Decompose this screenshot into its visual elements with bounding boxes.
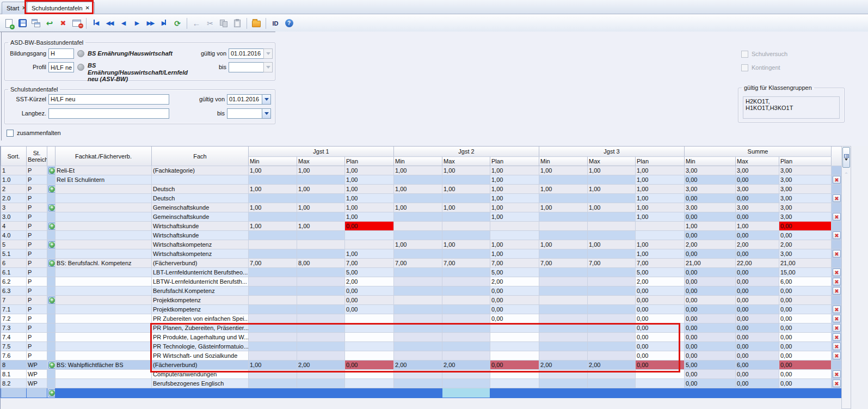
cell-fachkat[interactable]: [56, 370, 152, 379]
cell-fach[interactable]: Projektkompetenz: [152, 296, 249, 305]
cell-value[interactable]: 0,00: [736, 314, 779, 323]
cell-value[interactable]: [249, 305, 297, 314]
cell-value[interactable]: [249, 351, 297, 361]
cell-value[interactable]: 1,00: [490, 249, 539, 259]
cell-value[interactable]: [394, 333, 442, 342]
cell-value[interactable]: [442, 379, 490, 388]
cell-value[interactable]: 0,00: [636, 351, 685, 361]
cell-value[interactable]: 1,00: [636, 194, 685, 203]
delete-row-button[interactable]: ✖: [832, 323, 841, 333]
cell-fach[interactable]: Berufsbezogenes Englisch: [152, 379, 249, 388]
cell-fachkat[interactable]: [56, 249, 152, 259]
delete-row-button[interactable]: ✖: [832, 175, 841, 185]
cell-value[interactable]: [297, 249, 345, 259]
cell-value[interactable]: [249, 333, 297, 342]
cell-value[interactable]: [297, 370, 345, 379]
cell-value[interactable]: 1,00: [345, 249, 394, 259]
cell-fach[interactable]: Wirtschaftskompetenz: [152, 249, 249, 259]
cell-value[interactable]: 0,00: [779, 286, 832, 296]
delete-row-button[interactable]: ✖: [832, 277, 841, 286]
cell-value[interactable]: [588, 231, 636, 240]
cell-value[interactable]: [345, 231, 394, 240]
refresh-icon[interactable]: ⟳: [171, 17, 183, 29]
cell-value[interactable]: [588, 342, 636, 351]
cell-value[interactable]: [588, 286, 636, 296]
expand-row-button[interactable]: +: [47, 166, 56, 175]
nav-prev-icon[interactable]: ◀: [117, 17, 129, 29]
cell-value[interactable]: [539, 268, 588, 277]
paste-icon[interactable]: [231, 17, 243, 29]
cell-value[interactable]: 1,00: [297, 203, 345, 212]
tab-close-icon[interactable]: ✕: [22, 5, 26, 11]
cell-value[interactable]: 1,00: [636, 240, 685, 249]
cell-value[interactable]: [539, 323, 588, 333]
undo-icon[interactable]: ↩: [44, 17, 56, 29]
cell-value[interactable]: 7,00: [636, 259, 685, 268]
cell-value[interactable]: [539, 277, 588, 286]
cell-value[interactable]: [588, 379, 636, 388]
cell-fach[interactable]: Wirtschaftskunde: [152, 231, 249, 240]
cell-value[interactable]: 2,00: [394, 361, 442, 370]
cell-value[interactable]: [297, 286, 345, 296]
cell-value[interactable]: [636, 231, 685, 240]
cell-value[interactable]: 1,00: [345, 175, 394, 185]
cell-value[interactable]: 0,00: [685, 379, 736, 388]
delete-row-button[interactable]: ✖: [832, 268, 841, 277]
cell-value[interactable]: [345, 370, 394, 379]
column-chooser-button[interactable]: [842, 147, 850, 168]
cell-fach[interactable]: Berufsfachl.Kompetenz: [152, 286, 249, 296]
cell-value[interactable]: [442, 314, 490, 323]
cell-value[interactable]: 0,00: [345, 286, 394, 296]
cell-value[interactable]: [345, 323, 394, 333]
sst-bis-input[interactable]: [227, 108, 262, 119]
cell-fach[interactable]: Gemeinschaftskunde: [152, 203, 249, 212]
cell-value[interactable]: 7,00: [249, 259, 297, 268]
cell-value[interactable]: [490, 222, 539, 231]
cell-value[interactable]: [249, 175, 297, 185]
langbez-input[interactable]: [48, 108, 169, 119]
header-max[interactable]: Max: [588, 157, 636, 166]
cell-value[interactable]: [588, 323, 636, 333]
cell-value[interactable]: [539, 351, 588, 361]
cell-value[interactable]: 3,00: [685, 185, 736, 194]
cell-value[interactable]: [297, 305, 345, 314]
delete-row-button[interactable]: ✖: [832, 333, 841, 342]
cell-value[interactable]: 0,00: [736, 296, 779, 305]
cell-value[interactable]: [297, 277, 345, 286]
cell-value[interactable]: 0,00: [779, 314, 832, 323]
header-delete-column[interactable]: [832, 146, 841, 166]
cell-value[interactable]: [297, 351, 345, 361]
cell-value[interactable]: [394, 222, 442, 231]
header-group-jgst1[interactable]: Jgst 1: [249, 146, 394, 157]
cell-value[interactable]: [249, 342, 297, 351]
cell-value[interactable]: [442, 333, 490, 342]
save-icon[interactable]: [16, 17, 28, 29]
cell-value[interactable]: [539, 305, 588, 314]
cell-value[interactable]: 1,00: [490, 175, 539, 185]
cell-value[interactable]: [297, 212, 345, 222]
cell-value[interactable]: [588, 296, 636, 305]
cut-icon[interactable]: ✂: [204, 17, 216, 29]
sst-bis-dropdown[interactable]: [262, 108, 271, 119]
cell-value[interactable]: [539, 212, 588, 222]
cell-value[interactable]: [297, 296, 345, 305]
delete-row-button[interactable]: ✖: [832, 370, 841, 379]
cell-value[interactable]: 1,00: [539, 185, 588, 194]
cell-value[interactable]: 2,00: [539, 361, 588, 370]
duplicate-icon[interactable]: [30, 17, 42, 29]
header-plan[interactable]: Plan: [636, 157, 685, 166]
cell-fachkat[interactable]: BS: Wahlpflichtfächer BS: [56, 361, 152, 370]
cell-fach[interactable]: [152, 175, 249, 185]
cell-value[interactable]: 0,00: [345, 222, 394, 231]
cell-value[interactable]: [297, 175, 345, 185]
cell-value[interactable]: [442, 249, 490, 259]
cell-value[interactable]: 0,00: [685, 212, 736, 222]
cell-value[interactable]: 1,00: [249, 361, 297, 370]
cell-value[interactable]: [394, 277, 442, 286]
cell-value[interactable]: [394, 370, 442, 379]
cell-value[interactable]: 1,00: [345, 166, 394, 175]
cell-value[interactable]: [297, 231, 345, 240]
cell-fachkat[interactable]: [56, 286, 152, 296]
cell-value[interactable]: [394, 194, 442, 203]
cell-value[interactable]: [345, 240, 394, 249]
